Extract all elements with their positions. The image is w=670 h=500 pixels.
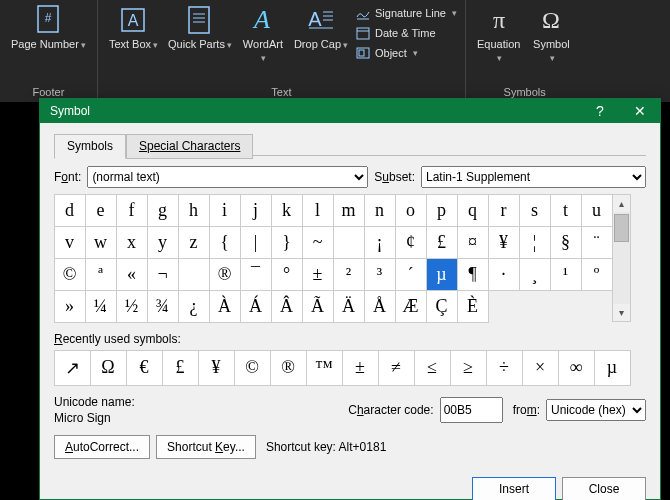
page-number-button[interactable]: # Page Number▾ bbox=[7, 2, 90, 54]
symbol-cell[interactable]: u bbox=[581, 194, 613, 227]
recent-symbol-cell[interactable]: ™ bbox=[306, 350, 343, 386]
object-button[interactable]: Object▾ bbox=[353, 44, 459, 62]
titlebar[interactable]: Symbol ? ✕ bbox=[40, 99, 660, 123]
symbol-cell[interactable]: £ bbox=[426, 226, 458, 259]
symbol-cell[interactable]: ° bbox=[271, 258, 303, 291]
symbol-cell[interactable]: Â bbox=[271, 290, 303, 323]
tab-symbols[interactable]: Symbols bbox=[54, 134, 126, 159]
symbol-cell[interactable]: d bbox=[54, 194, 86, 227]
symbol-cell[interactable]: © bbox=[54, 258, 86, 291]
recent-symbol-cell[interactable]: ® bbox=[270, 350, 307, 386]
symbol-cell[interactable]: e bbox=[85, 194, 117, 227]
from-select[interactable]: Unicode (hex) bbox=[546, 399, 646, 421]
symbol-cell[interactable]: ´ bbox=[395, 258, 427, 291]
symbol-cell[interactable]: Ç bbox=[426, 290, 458, 323]
text-box-button[interactable]: A Text Box▾ bbox=[105, 2, 162, 54]
recent-symbol-cell[interactable]: ¥ bbox=[198, 350, 235, 386]
symbol-cell[interactable]: « bbox=[116, 258, 148, 291]
symbol-cell[interactable]: q bbox=[457, 194, 489, 227]
grid-scrollbar[interactable]: ▴ ▾ bbox=[612, 194, 631, 322]
scroll-thumb[interactable] bbox=[614, 214, 629, 242]
recent-symbol-cell[interactable]: © bbox=[234, 350, 271, 386]
close-button[interactable]: Close bbox=[562, 477, 646, 500]
recent-symbol-cell[interactable]: ± bbox=[342, 350, 379, 386]
symbol-cell[interactable]: Æ bbox=[395, 290, 427, 323]
symbol-cell[interactable]: } bbox=[271, 226, 303, 259]
symbol-cell[interactable]: ¤ bbox=[457, 226, 489, 259]
symbol-cell[interactable]: ± bbox=[302, 258, 334, 291]
recent-symbol-cell[interactable]: × bbox=[522, 350, 559, 386]
quick-parts-button[interactable]: Quick Parts▾ bbox=[164, 2, 236, 54]
symbol-cell[interactable]: y bbox=[147, 226, 179, 259]
symbol-cell[interactable]: ¿ bbox=[178, 290, 210, 323]
equation-button[interactable]: π Equation▾ bbox=[473, 2, 524, 67]
symbol-cell[interactable]: À bbox=[209, 290, 241, 323]
wordart-button[interactable]: A WordArt▾ bbox=[238, 2, 288, 67]
tab-special-characters[interactable]: Special Characters bbox=[126, 134, 253, 159]
symbol-cell[interactable]: § bbox=[550, 226, 582, 259]
close-icon[interactable]: ✕ bbox=[620, 99, 660, 123]
symbol-cell[interactable]: s bbox=[519, 194, 551, 227]
subset-select[interactable]: Latin-1 Supplement bbox=[421, 166, 646, 188]
symbol-cell[interactable]: º bbox=[581, 258, 613, 291]
symbol-cell[interactable]: g bbox=[147, 194, 179, 227]
recent-symbol-cell[interactable]: Ω bbox=[90, 350, 127, 386]
recent-symbols-grid[interactable]: ↗Ω€£¥©®™±≠≤≥÷×∞µ bbox=[54, 350, 646, 385]
symbol-cell[interactable]: n bbox=[364, 194, 396, 227]
symbol-cell[interactable]: Å bbox=[364, 290, 396, 323]
recent-symbol-cell[interactable]: £ bbox=[162, 350, 199, 386]
symbol-cell[interactable]: È bbox=[457, 290, 489, 323]
symbol-cell[interactable]: ¾ bbox=[147, 290, 179, 323]
symbol-cell[interactable]: l bbox=[302, 194, 334, 227]
symbol-cell[interactable]: x bbox=[116, 226, 148, 259]
symbol-cell[interactable]: ³ bbox=[364, 258, 396, 291]
drop-cap-button[interactable]: A Drop Cap▾ bbox=[290, 2, 352, 54]
shortcut-key-button[interactable]: Shortcut Key... bbox=[156, 435, 256, 459]
symbol-cell[interactable]: ¨ bbox=[581, 226, 613, 259]
recent-symbol-cell[interactable]: ÷ bbox=[486, 350, 523, 386]
recent-symbol-cell[interactable]: ↗ bbox=[54, 350, 91, 386]
symbol-cell[interactable]: Á bbox=[240, 290, 272, 323]
symbol-button[interactable]: Ω Symbol▾ bbox=[526, 2, 576, 67]
symbol-cell[interactable]: Ã bbox=[302, 290, 334, 323]
symbol-cell[interactable]: ¢ bbox=[395, 226, 427, 259]
symbol-cell[interactable]: ª bbox=[85, 258, 117, 291]
symbol-cell[interactable]: Ä bbox=[333, 290, 365, 323]
recent-symbol-cell[interactable]: µ bbox=[594, 350, 631, 386]
symbol-cell[interactable]: ½ bbox=[116, 290, 148, 323]
recent-symbol-cell[interactable]: ∞ bbox=[558, 350, 595, 386]
symbol-cell[interactable]: ¥ bbox=[488, 226, 520, 259]
symbol-cell[interactable]: r bbox=[488, 194, 520, 227]
symbol-cell[interactable]: v bbox=[54, 226, 86, 259]
recent-symbol-cell[interactable]: € bbox=[126, 350, 163, 386]
symbol-cell[interactable] bbox=[333, 226, 365, 259]
symbol-cell[interactable]: { bbox=[209, 226, 241, 259]
help-button[interactable]: ? bbox=[580, 99, 620, 123]
scroll-up-icon[interactable]: ▴ bbox=[613, 195, 630, 212]
symbol-cell[interactable]: ¶ bbox=[457, 258, 489, 291]
signature-line-button[interactable]: Signature Line▾ bbox=[353, 4, 459, 22]
symbol-cell[interactable]: ¸ bbox=[519, 258, 551, 291]
insert-button[interactable]: Insert bbox=[472, 477, 556, 500]
symbol-cell[interactable]: ¡ bbox=[364, 226, 396, 259]
symbol-cell[interactable]: µ bbox=[426, 258, 458, 291]
date-time-button[interactable]: Date & Time bbox=[353, 24, 459, 42]
symbol-cell[interactable]: ~ bbox=[302, 226, 334, 259]
autocorrect-button[interactable]: AutoCorrect... bbox=[54, 435, 150, 459]
symbol-cell[interactable]: » bbox=[54, 290, 86, 323]
recent-symbol-cell[interactable]: ≥ bbox=[450, 350, 487, 386]
symbol-grid[interactable]: defghijklmnopqrstuvwxyz{|}~¡¢£¤¥¦§¨©ª«¬­… bbox=[54, 194, 612, 322]
symbol-cell[interactable]: z bbox=[178, 226, 210, 259]
font-select[interactable]: (normal text) bbox=[87, 166, 368, 188]
recent-symbol-cell[interactable]: ≠ bbox=[378, 350, 415, 386]
character-code-input[interactable] bbox=[440, 397, 503, 423]
symbol-cell[interactable]: h bbox=[178, 194, 210, 227]
symbol-cell[interactable]: k bbox=[271, 194, 303, 227]
symbol-cell[interactable]: ¹ bbox=[550, 258, 582, 291]
symbol-cell[interactable]: ¦ bbox=[519, 226, 551, 259]
symbol-cell[interactable]: ¼ bbox=[85, 290, 117, 323]
symbol-cell[interactable]: ¯ bbox=[240, 258, 272, 291]
symbol-cell[interactable]: · bbox=[488, 258, 520, 291]
symbol-cell[interactable]: f bbox=[116, 194, 148, 227]
symbol-cell[interactable]: | bbox=[240, 226, 272, 259]
